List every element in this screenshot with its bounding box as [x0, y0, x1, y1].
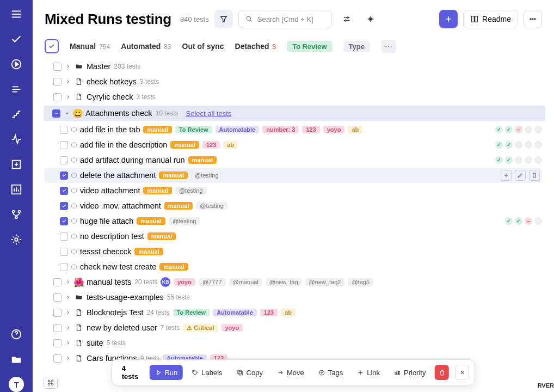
tag--7777[interactable]: @7777 [199, 278, 226, 286]
tag-Automatable[interactable]: Automatable [216, 126, 260, 133]
test-row[interactable]: huge file attachmanual @testing [45, 213, 542, 229]
tab-detached[interactable]: Detached 3 [235, 42, 276, 51]
edit-icon[interactable] [515, 170, 526, 181]
checkbox[interactable] [53, 78, 61, 86]
chart-icon[interactable] [9, 182, 24, 197]
add-subtask-icon[interactable] [501, 170, 512, 181]
readme-button[interactable]: Readme [463, 10, 518, 28]
group-row[interactable]: check hotkeys3 tests [45, 74, 542, 89]
checkbox[interactable] [60, 171, 68, 180]
tag--manual[interactable]: @manual [229, 278, 262, 286]
chevron-right-icon[interactable] [65, 356, 71, 361]
checkbox[interactable] [60, 263, 68, 271]
delete-icon[interactable] [529, 170, 540, 181]
tag-To-Review[interactable]: To Review [173, 309, 210, 316]
activity-icon[interactable] [9, 132, 24, 147]
tag-manual[interactable]: manual [164, 202, 193, 210]
tag-number-3[interactable]: number: 3 [262, 126, 299, 133]
checkbox[interactable] [60, 248, 68, 256]
sparkle-icon[interactable] [361, 10, 380, 28]
branch-icon[interactable] [9, 207, 24, 222]
team-icon[interactable]: T [9, 377, 24, 392]
test-row[interactable]: no description testmanual [45, 229, 542, 244]
folder-nav-icon[interactable] [9, 352, 24, 367]
help-icon[interactable] [9, 327, 24, 342]
tag-ab[interactable]: ab [281, 309, 296, 316]
pill-to-review[interactable]: To Review [287, 41, 332, 52]
check-icon[interactable] [9, 32, 24, 47]
close-bar-button[interactable] [455, 365, 469, 380]
checkbox[interactable] [52, 109, 60, 118]
checkbox[interactable] [60, 232, 68, 241]
test-row[interactable]: video .mov. attachmentmanual @testing [45, 198, 542, 213]
tags-button[interactable]: Tags [313, 365, 348, 380]
tag-manual[interactable]: manual [159, 171, 188, 179]
stairs-icon[interactable] [9, 107, 24, 122]
list-icon[interactable] [9, 82, 24, 97]
tag-manual[interactable]: manual [137, 217, 165, 225]
test-row[interactable]: delete the attachmentmanual @testing [45, 168, 542, 183]
checkbox[interactable] [53, 278, 61, 286]
search-input[interactable]: Search [Cmd + K] [238, 10, 332, 28]
checkbox[interactable] [60, 141, 68, 149]
checkbox[interactable] [53, 309, 61, 317]
filter-icon[interactable] [214, 10, 233, 28]
chevron-right-icon[interactable] [65, 79, 71, 84]
checkbox[interactable] [53, 93, 61, 101]
tag-manual[interactable]: manual [143, 187, 172, 194]
test-row[interactable]: video attachmentmanual @testing [45, 183, 542, 198]
chevron-down-icon[interactable] [64, 111, 70, 116]
tab-out-of-sync[interactable]: Out of sync [182, 42, 224, 51]
group-row[interactable]: tests-usage-examples55 tests [45, 290, 542, 305]
tag-Automatable[interactable]: Automatable [213, 309, 257, 316]
test-row[interactable]: add file in the tabmanual To Review Auto… [45, 122, 542, 137]
tag-To-Review[interactable]: To Review [175, 126, 212, 133]
tag-123[interactable]: 123 [202, 141, 220, 149]
chevron-right-icon[interactable] [65, 64, 71, 69]
tag-manual[interactable]: manual [159, 263, 188, 271]
tag-123[interactable]: 123 [302, 126, 319, 133]
tag--Critical[interactable]: ⚠ Critical [183, 324, 218, 332]
checkbox[interactable] [60, 187, 68, 195]
tag-ab[interactable]: ab [223, 141, 238, 149]
group-row[interactable]: new by deleted user7 tests⚠ Critical yoy… [45, 320, 542, 335]
tab-manual[interactable]: Manual 754 [70, 42, 110, 51]
test-row[interactable]: add file in the descriptionmanual 123 ab [45, 137, 542, 152]
select-all-checkbox[interactable] [45, 39, 59, 53]
checkbox[interactable] [53, 354, 61, 363]
play-icon[interactable] [9, 57, 24, 72]
tag--new_tag2[interactable]: @new_tag2 [305, 278, 345, 286]
group-row[interactable]: 🌺manual tests20 testsKByoyo @7777 @manua… [45, 274, 542, 290]
add-button[interactable] [439, 10, 458, 28]
tag--testing[interactable]: @testing [175, 187, 207, 194]
tag-manual[interactable]: manual [134, 248, 163, 255]
tag--new_tag[interactable]: @new_tag [266, 278, 302, 286]
move-button[interactable]: Move [272, 365, 310, 380]
more-icon[interactable] [524, 10, 542, 28]
tag-manual[interactable]: manual [147, 232, 176, 240]
menu-icon[interactable] [9, 7, 24, 22]
gear-icon[interactable] [9, 232, 24, 247]
checkbox[interactable] [60, 156, 68, 164]
checkbox[interactable] [53, 293, 61, 302]
group-row[interactable]: Cyrylic check3 tests [45, 89, 542, 105]
group-row[interactable]: suite5 tests [45, 335, 542, 351]
tag-yoyo[interactable]: yoyo [221, 324, 243, 332]
tag--testing[interactable]: @testing [196, 202, 227, 210]
link-button[interactable]: Link [352, 365, 385, 380]
chevron-right-icon[interactable] [65, 94, 71, 100]
sliders-icon[interactable] [337, 10, 356, 28]
chevron-right-icon[interactable] [65, 310, 71, 315]
tag--tag5[interactable]: @tag5 [348, 278, 373, 286]
run-button[interactable]: Run [149, 365, 183, 380]
tag-ab[interactable]: ab [348, 126, 362, 133]
copy-button[interactable]: Copy [231, 365, 268, 380]
priority-button[interactable]: Priority [389, 365, 431, 380]
test-row[interactable]: check new test createmanual [45, 259, 542, 274]
checkbox[interactable] [53, 324, 61, 332]
chevron-right-icon[interactable] [65, 279, 71, 285]
chevron-right-icon[interactable] [65, 340, 71, 346]
tag-manual[interactable]: manual [170, 141, 199, 149]
pill-type[interactable]: Type [343, 41, 370, 52]
labels-button[interactable]: Labels [186, 365, 227, 380]
